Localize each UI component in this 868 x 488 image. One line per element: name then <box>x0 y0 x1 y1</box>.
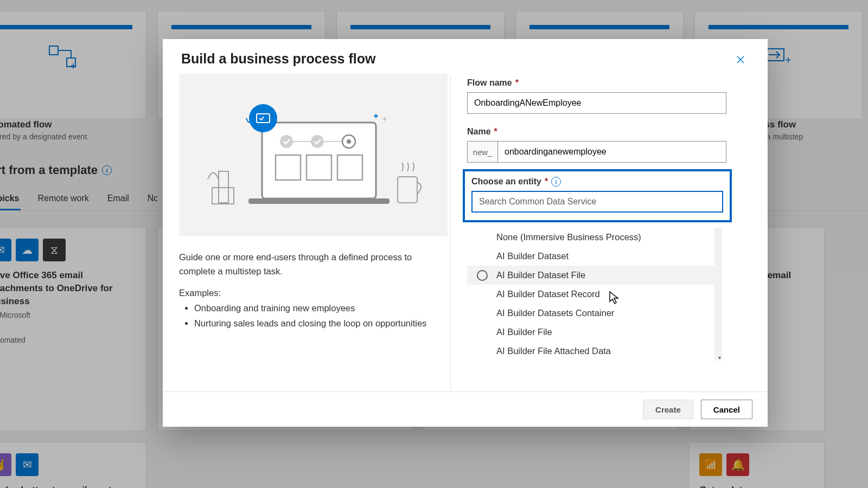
svg-text:+: + <box>382 114 387 123</box>
name-prefix: new_ <box>468 142 498 162</box>
example-item: Nurturing sales leads and closing the lo… <box>194 317 434 331</box>
entity-option[interactable]: AI Builder Dataset <box>467 247 719 266</box>
flow-name-label: Flow name <box>467 78 512 88</box>
entity-dropdown: None (Immersive Business Process) AI Bui… <box>467 228 726 361</box>
required-indicator: * <box>545 177 548 187</box>
entity-label: Choose an entity <box>471 177 541 187</box>
entity-section-highlighted: Choose an entity * i <box>463 169 732 222</box>
dropdown-scrollbar[interactable]: ▾ <box>714 228 722 361</box>
entity-option[interactable]: AI Builder File Attached Data <box>467 342 719 361</box>
svg-rect-5 <box>262 123 376 198</box>
flow-name-input[interactable] <box>467 92 726 114</box>
entity-option[interactable]: AI Builder Datasets Container <box>467 304 719 323</box>
svg-rect-20 <box>398 177 417 203</box>
dialog-left-pane: + Guide one or more end-users through a … <box>179 74 450 391</box>
svg-point-7 <box>280 135 293 148</box>
entity-option[interactable]: None (Immersive Business Process) <box>467 228 719 247</box>
illustration: + <box>179 74 448 236</box>
examples-label: Examples: <box>179 288 434 298</box>
dialog-right-pane: Flow name * Name * new_ Choose an entity… <box>451 74 767 391</box>
dialog-description: Guide one or more end-users through a de… <box>179 251 434 278</box>
entity-option[interactable]: AI Builder File <box>467 323 719 342</box>
info-icon[interactable]: i <box>551 177 561 187</box>
examples-list: Onboarding and training new employees Nu… <box>179 301 434 330</box>
example-item: Onboarding and training new employees <box>194 301 434 316</box>
svg-point-9 <box>311 135 324 148</box>
name-label: Name <box>467 127 491 137</box>
entity-option[interactable]: AI Builder Dataset Record <box>467 285 719 304</box>
entity-search-input[interactable] <box>471 191 723 213</box>
close-button[interactable] <box>732 51 749 68</box>
svg-point-12 <box>347 139 351 144</box>
name-input-group: new_ <box>467 141 726 163</box>
required-indicator: * <box>515 78 519 88</box>
entity-option[interactable]: AI Builder Dataset File <box>467 266 719 285</box>
close-icon <box>736 55 745 64</box>
cancel-button[interactable]: Cancel <box>701 400 752 419</box>
svg-rect-19 <box>212 188 234 204</box>
name-input[interactable] <box>498 142 726 162</box>
build-flow-dialog: Build a business process flow <box>163 39 768 427</box>
create-button[interactable]: Create <box>643 400 693 419</box>
radio-icon <box>477 270 488 281</box>
dialog-footer: Create Cancel <box>163 391 768 427</box>
svg-rect-6 <box>248 198 390 204</box>
required-indicator: * <box>494 127 497 137</box>
dialog-title: Build a business process flow <box>181 51 375 67</box>
